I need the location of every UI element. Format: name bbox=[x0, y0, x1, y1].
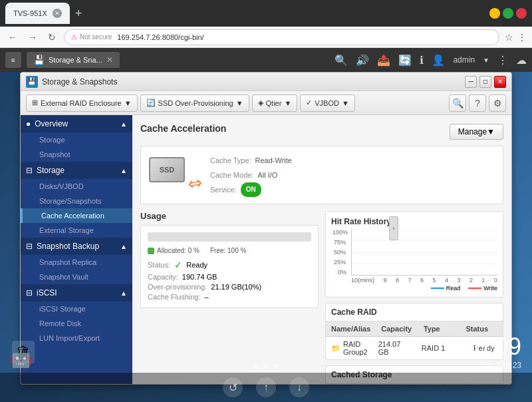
manage-button[interactable]: Manage▼ bbox=[450, 124, 503, 140]
user-dropdown-icon[interactable]: ▼ bbox=[483, 57, 489, 64]
tab-close-button[interactable]: ✕ bbox=[53, 9, 62, 18]
sidebar-item-external[interactable]: External Storage bbox=[21, 223, 132, 238]
dot-2[interactable] bbox=[263, 363, 269, 369]
sidebar-snapshot-label: Snapshot bbox=[39, 150, 70, 158]
service-toggle[interactable]: ON bbox=[241, 182, 261, 197]
nas-menu-icon[interactable]: ≡ bbox=[5, 52, 21, 68]
remote-disk-label: Remote Disk bbox=[39, 319, 81, 327]
bottom-icon-1[interactable]: ↺ bbox=[223, 377, 243, 397]
new-tab-button[interactable]: + bbox=[72, 4, 85, 23]
sidebar-storage-label: Storage bbox=[39, 136, 65, 144]
forward-button[interactable]: → bbox=[25, 31, 40, 44]
app-tab[interactable]: 💾 Storage & Sna... ✕ bbox=[27, 52, 120, 68]
sidebar-item-remote-disk[interactable]: Remote Disk bbox=[21, 316, 132, 331]
cache-accel-panel: SSD ⇔ Cache Type: Read-Write Cache Mode:… bbox=[140, 146, 503, 204]
app-maximize-button[interactable]: □ bbox=[479, 76, 491, 88]
window-close-button[interactable] bbox=[516, 8, 527, 19]
sidebar-snapshot-backup-header[interactable]: ⊟ Snapshot Backup ▲ bbox=[21, 238, 132, 255]
over-prov-label: Over-provisioning: bbox=[148, 283, 207, 291]
bottom-icon-3[interactable]: ↓ bbox=[289, 377, 309, 397]
sidebar-item-storage-snapshots[interactable]: Storage/Snapshots bbox=[21, 194, 132, 208]
sidebar-item-iscsi-storage[interactable]: iSCSI Storage bbox=[21, 302, 132, 316]
browser-tab[interactable]: TVS-951X ✕ bbox=[5, 3, 70, 24]
vjbod-button[interactable]: ✓ VJBOD ▼ bbox=[300, 95, 355, 112]
back-button[interactable]: ← bbox=[5, 31, 20, 44]
sidebar-item-disks[interactable]: Disks/VJBOD bbox=[21, 179, 132, 194]
app-body: ● Overview ▲ Storage Snapshot ⊟ Storage … bbox=[21, 115, 511, 384]
snapshot-replica-label: Snapshot Replica bbox=[39, 258, 96, 266]
x-label-5: 5 bbox=[432, 277, 436, 284]
storage-chevron-icon: ▲ bbox=[120, 167, 127, 174]
external-raid-icon: ⊞ bbox=[32, 99, 38, 107]
capacity-label: Capacity: bbox=[148, 273, 178, 281]
free-text: Free: 100 % bbox=[210, 247, 246, 254]
sidebar-iscsi-header[interactable]: ⊟ iSCSI ▲ bbox=[21, 284, 132, 302]
bottom-icon-2[interactable]: ↑ bbox=[256, 377, 276, 397]
x-label-8: 8 bbox=[396, 277, 399, 284]
dot-1[interactable] bbox=[253, 363, 258, 369]
address-bar[interactable]: ⚠ Not secure 169.254.7.26:8080/cgi-bin/ bbox=[64, 29, 499, 45]
qtier-button[interactable]: ◈ Qtier ▼ bbox=[252, 95, 298, 112]
info-icon[interactable]: ℹ bbox=[420, 54, 424, 67]
cache-mode-value: All I/O bbox=[257, 168, 277, 182]
window-controls bbox=[489, 8, 527, 19]
app-minimize-button[interactable]: ─ bbox=[465, 76, 477, 88]
hit-rate-chart-area: 100% 75% 50% 25% 0% bbox=[351, 229, 497, 292]
scroll-right-arrow[interactable]: › bbox=[389, 216, 398, 240]
external-raid-button[interactable]: ⊞ External RAID Enclosure ▼ bbox=[26, 95, 138, 112]
sidebar-item-lun-import[interactable]: LUN Import/Export bbox=[21, 331, 132, 345]
search-icon[interactable]: 🔍 bbox=[334, 54, 348, 67]
x-label-2: 2 bbox=[469, 277, 473, 284]
app-titlebar: 💾 Storage & Snapshots ─ □ ✕ bbox=[21, 73, 511, 91]
hit-rate-title: Hit Rate History bbox=[331, 217, 497, 226]
capacity-row: Capacity: 190.74 GB bbox=[148, 273, 311, 281]
sidebar-storage-header[interactable]: ⊟ Storage ▲ bbox=[21, 162, 132, 179]
app-tab-close[interactable]: ✕ bbox=[106, 55, 113, 65]
app-toolbar: ⊞ External RAID Enclosure ▼ 🔄 SSD Over-P… bbox=[21, 91, 511, 115]
usage-panel: Allocated: 0 % Free: 100 % Status: ✓ Rea… bbox=[140, 225, 319, 308]
qtier-icon: ◈ bbox=[258, 99, 263, 107]
ssd-over-icon: 🔄 bbox=[146, 99, 156, 107]
more-icon[interactable]: ⋮ bbox=[497, 54, 508, 67]
qtier-dropdown-icon: ▼ bbox=[284, 99, 291, 107]
settings-button[interactable]: ⚙ bbox=[489, 95, 506, 112]
user-icon[interactable]: 👤 bbox=[432, 54, 445, 67]
x-label-9: 9 bbox=[383, 277, 386, 284]
y-label-75: 75% bbox=[334, 239, 346, 246]
app-window: 💾 Storage & Snapshots ─ □ ✕ ⊞ External R… bbox=[20, 72, 512, 385]
help-button[interactable]: ? bbox=[469, 95, 486, 112]
sidebar-item-snapshot-replica[interactable]: Snapshot Replica bbox=[21, 255, 132, 270]
search-tool-button[interactable]: 🔍 bbox=[449, 95, 466, 112]
dot-3[interactable] bbox=[274, 363, 279, 369]
qtier-label: Qtier bbox=[266, 99, 282, 107]
cloud-icon[interactable]: ☁ bbox=[516, 54, 527, 67]
storage-snapshots-label: Storage/Snapshots bbox=[39, 197, 102, 205]
ssd-over-label: SSD Over-Provisioning bbox=[158, 99, 233, 107]
sidebar-item-snapshot-vault[interactable]: Snapshot Vault bbox=[21, 270, 132, 284]
sidebar-overview-label: Overview bbox=[35, 119, 68, 128]
maximize-button[interactable] bbox=[503, 8, 513, 19]
read-legend-label: Read bbox=[446, 285, 461, 292]
volume-icon[interactable]: 🔊 bbox=[356, 54, 369, 67]
sync-icon[interactable]: 🔄 bbox=[398, 54, 412, 67]
app-close-button[interactable]: ✕ bbox=[494, 76, 506, 88]
upload-icon[interactable]: 📤 bbox=[377, 54, 390, 67]
usage-title: Usage bbox=[140, 211, 319, 221]
ssd-icon: SSD bbox=[149, 157, 185, 182]
sidebar-overview-header[interactable]: ● Overview ▲ bbox=[21, 115, 132, 132]
x-label-4: 4 bbox=[445, 277, 448, 284]
reload-button[interactable]: ↻ bbox=[45, 31, 59, 44]
iscsi-label: iSCSI bbox=[37, 288, 57, 298]
ssd-over-button[interactable]: 🔄 SSD Over-Provisioning ▼ bbox=[140, 95, 249, 112]
raid-type: RAID 1 bbox=[416, 337, 460, 359]
browser-star-button[interactable]: ☆ bbox=[505, 32, 513, 43]
sidebar-item-snapshot[interactable]: Snapshot bbox=[21, 147, 132, 162]
sidebar-item-cache[interactable]: Cache Acceleration bbox=[21, 208, 132, 223]
nas-taskbar: ≡ 💾 Storage & Sna... ✕ 🔍 🔊 📤 🔄 ℹ 👤 admin… bbox=[0, 48, 532, 72]
minimize-button[interactable] bbox=[489, 8, 500, 19]
overview-icon: ● bbox=[26, 119, 31, 128]
browser-menu-button[interactable]: ⋮ bbox=[517, 32, 527, 43]
y-label-50: 50% bbox=[334, 249, 346, 256]
sidebar-item-storage[interactable]: Storage bbox=[21, 132, 132, 147]
snapshot-backup-chevron: ▲ bbox=[120, 243, 127, 250]
